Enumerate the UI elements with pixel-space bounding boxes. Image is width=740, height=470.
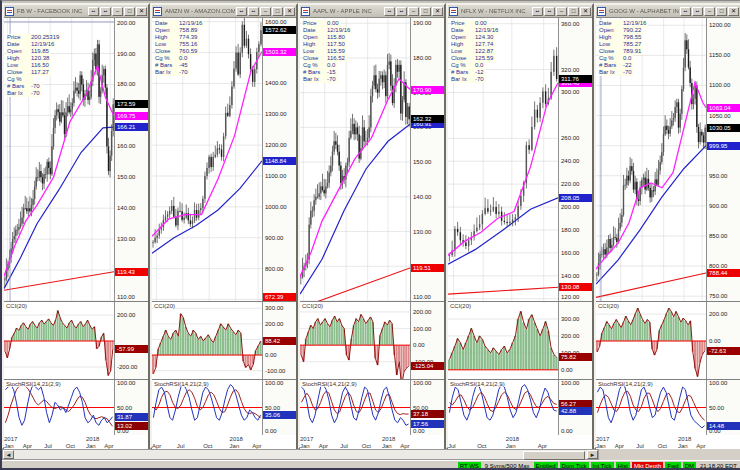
info-label: Bar Ix [7, 90, 31, 97]
status-badge[interactable]: Entitled [534, 462, 558, 470]
chart-document-icon[interactable] [5, 7, 14, 16]
info-value: 117.27 [31, 69, 49, 75]
maximize-button[interactable]: □ [568, 7, 579, 16]
maximize-button[interactable]: □ [272, 7, 283, 16]
axis-tick-label: 200.00 [117, 20, 135, 26]
chart-toolbar-button[interactable]: ▪▪ [692, 7, 703, 16]
info-row: Open115.80 [303, 34, 347, 41]
stochrsi-pane[interactable]: StochRSI(14,21(2,9)100.0050.000.0056.274… [448, 379, 592, 434]
info-row: Date12/19/16 [451, 27, 500, 34]
status-badge[interactable]: DM [683, 462, 696, 470]
info-value: -70 [31, 90, 40, 96]
axis-tick-label: 0.00 [265, 352, 277, 358]
info-value: 200.25319 [31, 34, 59, 40]
stochrsi-pane[interactable]: StochRSI(14,21(2,9)100.0050.000.0037.181… [300, 379, 444, 434]
status-badge[interactable]: Mkt Depth [632, 462, 663, 470]
minimize-button[interactable]: – [260, 7, 271, 16]
stochrsi-pane[interactable]: StochRSI(14,21(2,9)100.0050.000.0031.871… [4, 379, 148, 434]
minimize-button[interactable]: – [408, 7, 419, 16]
status-badge[interactable]: Dom Tick [560, 462, 589, 470]
status-badge[interactable]: RT WS [458, 462, 481, 470]
minimize-button[interactable]: – [556, 7, 567, 16]
chart-toolbar-button[interactable]: ▪▪ [236, 7, 247, 16]
chart-toolbar-button[interactable]: ▪▪ [384, 7, 395, 16]
minimize-button[interactable]: – [112, 7, 123, 16]
chart-toolbar-button[interactable]: ▪▪ [532, 7, 543, 16]
axis-tick-label: 900.00 [709, 203, 727, 209]
status-badge[interactable]: Int Tick [591, 462, 614, 470]
price-pane[interactable]: Price0.00Date12/19/16Open124.30High127.7… [448, 18, 592, 301]
scrollbar-thumb[interactable] [523, 451, 585, 460]
axis-tick-label: 300.00 [265, 305, 283, 311]
close-button[interactable]: ✕ [136, 7, 147, 16]
price-axis: 100.0050.000.0031.8713.02 [114, 380, 148, 435]
info-value: 0.0 [327, 62, 335, 68]
chart-document-icon[interactable] [301, 7, 310, 16]
price-pane[interactable]: Price0.00Date12/19/16Open115.80High117.5… [300, 18, 444, 301]
window-titlebar[interactable]: AMZN W - AMAZON.COM▪▪▪▪–□✕ [152, 5, 296, 18]
axis-tick-label: 100.00 [709, 380, 727, 386]
horizontal-scrollbar[interactable]: ◄ ► [2, 449, 599, 460]
window-title: FB W - FACEBOOK INC [15, 8, 87, 14]
info-row: Cg %0.0 [599, 55, 633, 62]
chart-toolbar-button[interactable]: ▪▪ [544, 7, 555, 16]
cci-indicator-label: CCI(20) [154, 303, 175, 309]
cci-pane[interactable]: CCI(20)300.00200.00100.000.00-100.0088.4… [152, 301, 296, 379]
price-value-label: 999.95 [707, 142, 740, 150]
info-row: Close760.59 [155, 48, 199, 55]
info-row: Low116.50 [7, 62, 51, 69]
chart-window-content: Price200.25319Date12/19/16Open119.85High… [4, 18, 148, 449]
window-titlebar[interactable]: GOOG W - ALPHABET INC▪▪▪▪–□✕ [596, 5, 740, 18]
axis-tick-label: 1200.00 [709, 22, 731, 28]
scroll-left-arrow-icon[interactable]: ◄ [3, 450, 14, 459]
info-value: 119.85 [31, 48, 49, 54]
chart-toolbar-button[interactable]: ▪▪ [248, 7, 259, 16]
price-value-label: 1572.62 [263, 26, 296, 34]
info-row: Bar Ix-70 [451, 76, 486, 83]
stochrsi-indicator-label: StochRSI(14,21(2,9) [598, 381, 653, 387]
stochrsi-pane[interactable]: StochRSI(14,21(2,9)100.0050.000.0014.48 [596, 379, 740, 434]
status-badge[interactable]: Hist [616, 462, 630, 470]
price-axis: 100.0050.000.0014.48 [706, 380, 740, 435]
axis-tick-label: 140.00 [413, 194, 431, 200]
info-row: Close789.91 [599, 48, 643, 55]
window-titlebar[interactable]: NFLX W - NETFLIX INC▪▪▪▪–□✕ [448, 5, 592, 18]
price-pane[interactable]: Date12/19/16Open758.89High774.39Low755.1… [152, 18, 296, 301]
price-pane[interactable]: Price200.25319Date12/19/16Open119.85High… [4, 18, 148, 301]
info-label: # Bars [451, 69, 475, 76]
chart-document-icon[interactable] [153, 7, 162, 16]
cci-pane[interactable]: CCI(20)200.00-200.00-57.99 [4, 301, 148, 379]
scroll-right-arrow-icon[interactable]: ► [587, 450, 598, 459]
window-titlebar[interactable]: AAPL W - APPLE INC▪▪▪▪–□✕ [300, 5, 444, 18]
chart-toolbar-button[interactable]: ▪▪ [396, 7, 407, 16]
chart-toolbar-button[interactable]: ▪▪ [100, 7, 111, 16]
price-pane[interactable]: Date12/19/16Open790.22High798.55Low785.2… [596, 18, 740, 301]
cci-pane[interactable]: CCI(20)300.00200.00100.000.0075.82 [448, 301, 592, 379]
close-button[interactable]: ✕ [284, 7, 295, 16]
cci-pane[interactable]: CCI(20)200.00100.000.00-100.00-125.04 [300, 301, 444, 379]
maximize-button[interactable]: □ [420, 7, 431, 16]
close-button[interactable]: ✕ [580, 7, 591, 16]
chart-toolbar-button[interactable]: ▪▪ [680, 7, 691, 16]
price-value-label: 169.75 [115, 112, 148, 120]
window-titlebar[interactable]: FB W - FACEBOOK INC▪▪▪▪–□✕ [4, 5, 148, 18]
maximize-button[interactable]: □ [124, 7, 135, 16]
price-value-label: 1030.05 [707, 124, 740, 132]
axis-tick-label: 1300.00 [265, 111, 287, 117]
close-button[interactable]: ✕ [728, 7, 739, 16]
axis-tick-label: 750.00 [709, 293, 727, 299]
stochrsi-pane[interactable]: StochRSI(14,21(2,9)100.0050.000.0035.06 [152, 379, 296, 434]
maximize-button[interactable]: □ [716, 7, 727, 16]
price-value-label: 311.76 [559, 75, 592, 83]
cci-value-label: -57.99 [115, 345, 148, 353]
cci-pane[interactable]: CCI(20)200.000.00-72.63 [596, 301, 740, 379]
chart-document-icon[interactable] [597, 7, 606, 16]
price-axis: 100.0050.000.0035.06 [262, 380, 296, 435]
chart-toolbar-button[interactable]: ▪▪ [88, 7, 99, 16]
info-row: High127.74 [451, 41, 495, 48]
status-badge[interactable]: Fwd [665, 462, 680, 470]
chart-window: FB W - FACEBOOK INC▪▪▪▪–□✕Price200.25319… [2, 3, 150, 449]
minimize-button[interactable]: – [704, 7, 715, 16]
chart-document-icon[interactable] [449, 7, 458, 16]
close-button[interactable]: ✕ [432, 7, 443, 16]
